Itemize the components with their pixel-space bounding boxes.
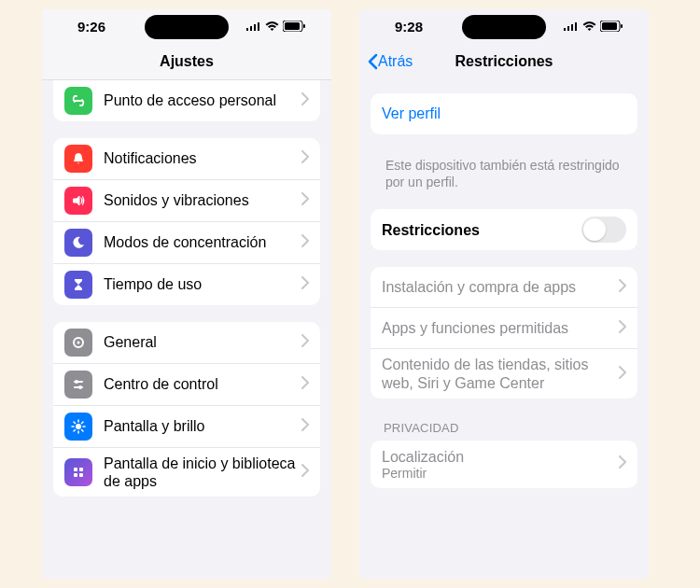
hourglass-icon — [64, 271, 92, 299]
toggle-switch[interactable] — [581, 217, 626, 243]
row-display[interactable]: Pantalla y brillo — [53, 406, 320, 448]
svg-line-21 — [82, 422, 84, 424]
row-control-center[interactable]: Centro de control — [53, 364, 320, 406]
gear-icon — [64, 329, 92, 357]
nav-bar: Atrás Restricciones — [359, 43, 649, 80]
restrictions-content[interactable]: Ver perfil Este dispositivo también está… — [359, 80, 649, 579]
row-notifications[interactable]: Notificaciones — [53, 138, 320, 180]
privacy-group: Localización Permitir — [371, 441, 637, 488]
svg-rect-32 — [621, 24, 623, 28]
chevron-right-icon — [619, 279, 626, 296]
wifi-icon — [582, 21, 596, 32]
row-label: Restricciones — [382, 221, 581, 239]
row-install-apps[interactable]: Instalación y compra de apps — [371, 267, 637, 308]
phone-restrictions: 9:28 Atrás Restricciones Ver perfil Este… — [359, 9, 649, 579]
row-label: General — [104, 333, 301, 351]
row-label: Sonidos y vibraciones — [104, 191, 301, 209]
sun-icon — [64, 413, 92, 441]
restrictions-group: Instalación y compra de apps Apps y func… — [371, 267, 637, 398]
row-label: Tiempo de uso — [104, 275, 301, 293]
row-allowed-apps[interactable]: Apps y funciones permitidas — [371, 308, 637, 349]
row-general[interactable]: General — [53, 322, 320, 364]
row-detail: Permitir — [382, 466, 427, 481]
chevron-right-icon — [301, 418, 309, 435]
profile-note: Este dispositivo también está restringid… — [371, 151, 637, 200]
notch — [462, 15, 546, 39]
battery-icon — [600, 21, 623, 32]
svg-rect-6 — [303, 24, 305, 28]
svg-rect-3 — [258, 22, 259, 31]
status-time: 9:28 — [395, 19, 423, 35]
chevron-right-icon — [301, 150, 309, 167]
svg-rect-29 — [575, 22, 577, 31]
nav-title: Restricciones — [455, 53, 553, 70]
row-label: Pantalla de inicio y biblioteca de apps — [104, 455, 301, 490]
row-location[interactable]: Localización Permitir — [371, 441, 637, 488]
privacy-header: PRIVACIDAD — [371, 415, 637, 439]
svg-rect-27 — [567, 26, 569, 31]
svg-rect-23 — [79, 468, 83, 471]
svg-line-19 — [82, 430, 84, 432]
svg-rect-5 — [285, 22, 300, 30]
svg-point-11 — [75, 380, 78, 384]
row-label: Modos de concentración — [104, 233, 301, 251]
row-sounds[interactable]: Sonidos y vibraciones — [53, 180, 320, 222]
row-content-stores[interactable]: Contenido de las tiendas, sitios web, Si… — [371, 349, 637, 398]
chevron-right-icon — [619, 366, 626, 383]
battery-icon — [283, 21, 305, 32]
row-label: Apps y funciones permitidas — [382, 319, 619, 337]
chevron-right-icon — [301, 92, 309, 109]
chevron-right-icon — [619, 320, 626, 337]
chevron-right-icon — [301, 234, 309, 251]
row-label: Punto de acceso personal — [104, 91, 301, 109]
settings-group-connectivity: Punto de acceso personal — [53, 80, 320, 121]
row-label: Localización — [382, 448, 469, 466]
wifi-icon — [265, 21, 279, 32]
bell-icon — [64, 145, 92, 173]
nav-title: Ajustes — [160, 53, 214, 70]
row-focus[interactable]: Modos de concentración — [53, 222, 320, 264]
settings-group-notifications: Notificaciones Sonidos y vibraciones Mod… — [53, 138, 320, 305]
status-indicators — [564, 21, 623, 32]
back-button[interactable]: Atrás — [367, 53, 413, 70]
svg-rect-1 — [250, 26, 252, 31]
row-view-profile[interactable]: Ver perfil — [371, 93, 637, 134]
toggle-section: Restricciones — [371, 209, 637, 250]
svg-line-20 — [74, 430, 76, 432]
row-label: Contenido de las tiendas, sitios web, Si… — [382, 356, 619, 391]
grid-icon — [64, 458, 92, 486]
hotspot-icon — [64, 87, 92, 115]
svg-rect-0 — [246, 28, 248, 31]
svg-rect-26 — [564, 28, 566, 31]
row-home-screen[interactable]: Pantalla de inicio y biblioteca de apps — [53, 448, 320, 497]
settings-content[interactable]: Punto de acceso personal Notificaciones … — [42, 80, 331, 579]
row-label: Notificaciones — [104, 149, 301, 167]
svg-rect-25 — [79, 473, 83, 477]
svg-rect-24 — [74, 473, 77, 477]
svg-rect-22 — [74, 468, 77, 471]
settings-group-general: General Centro de control Pantalla y bri… — [53, 322, 320, 497]
chevron-right-icon — [301, 376, 309, 393]
status-bar: 9:26 — [42, 9, 331, 43]
speaker-icon — [64, 187, 92, 215]
chevron-right-icon — [301, 192, 309, 209]
chevron-right-icon — [301, 334, 309, 351]
moon-icon — [64, 229, 92, 257]
svg-rect-28 — [571, 24, 573, 31]
signal-icon — [564, 21, 579, 31]
svg-point-12 — [78, 385, 82, 389]
chevron-right-icon — [619, 455, 626, 472]
row-label: Pantalla y brillo — [104, 417, 301, 435]
chevron-right-icon — [301, 464, 309, 481]
row-label: Centro de control — [104, 375, 301, 393]
status-indicators — [246, 21, 305, 32]
row-hotspot[interactable]: Punto de acceso personal — [53, 80, 320, 121]
row-restrictions-toggle[interactable]: Restricciones — [371, 209, 637, 250]
status-bar: 9:28 — [359, 9, 649, 43]
chevron-right-icon — [301, 276, 309, 293]
chevron-left-icon — [367, 53, 378, 70]
row-screen-time[interactable]: Tiempo de uso — [53, 264, 320, 305]
profile-section: Ver perfil — [371, 93, 637, 134]
slider-icon — [64, 371, 92, 399]
svg-point-8 — [77, 342, 80, 344]
